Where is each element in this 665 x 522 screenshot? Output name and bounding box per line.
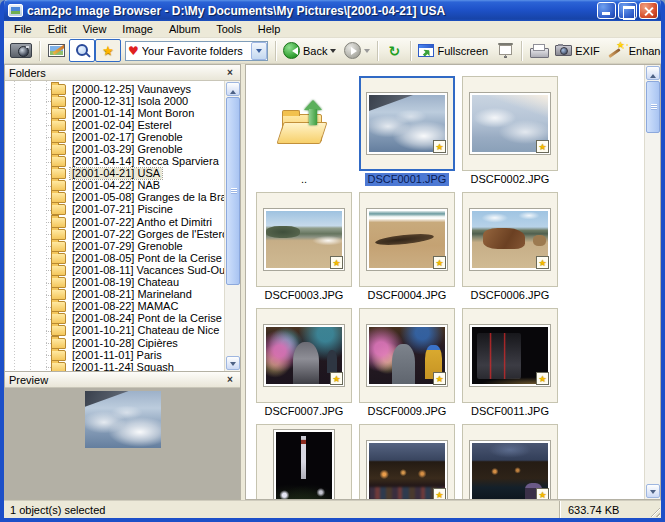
thumbnail[interactable]: ★	[462, 76, 558, 171]
close-panel-icon[interactable]: ×	[224, 67, 236, 78]
folder-tree-item[interactable]: [2001-05-08] Granges de la Brasque	[5, 192, 224, 204]
thumbnail-label[interactable]: ..	[298, 173, 310, 186]
folder-tree-item[interactable]: [2001-08-24] Pont de la Cerise	[5, 313, 224, 325]
forward-button[interactable]	[340, 39, 374, 62]
folder-label: [2000-12-25] Vaunaveys	[70, 84, 193, 95]
enhance-button[interactable]: ★ Enhance	[604, 39, 661, 62]
back-button[interactable]: Back	[279, 39, 340, 62]
thumbnail-cell[interactable]: ★DSCF0001.JPG	[359, 76, 455, 186]
folder-tree-item[interactable]: [2001-11-01] Paris	[5, 349, 224, 361]
chevron-down-icon	[256, 49, 262, 56]
favorite-star-badge: ★	[330, 256, 343, 269]
thumbnail[interactable]: ★	[359, 424, 455, 500]
folders-panel: Folders × [2000-12-25] Vaunaveys[2000-12…	[4, 64, 241, 372]
folder-tree-item[interactable]: [2001-11-24] Squash	[5, 361, 224, 371]
thumbnail[interactable]: ★	[256, 192, 352, 287]
thumbnail-cell[interactable]: ★	[359, 424, 455, 500]
thumbnail-label[interactable]: DSCF0002.JPG	[468, 173, 553, 186]
preview-panel-header: Preview ×	[5, 372, 240, 388]
scroll-up-icon[interactable]	[646, 66, 660, 80]
menu-edit[interactable]: Edit	[40, 22, 75, 36]
forward-dropdown-caret[interactable]	[364, 49, 370, 56]
folder-tree-item[interactable]: [2001-10-28] Cipières	[5, 337, 224, 349]
thumbnail-cell[interactable]: ★DSCF0004.JPG	[359, 192, 455, 302]
thumbnail-cell[interactable]: ★DSCF0007.JPG	[256, 308, 352, 418]
scroll-up-icon[interactable]	[226, 82, 240, 96]
scrollbar-thumb[interactable]	[646, 81, 660, 133]
folder-tree-item[interactable]: [2001-02-17] Grenoble	[5, 131, 224, 143]
folder-tree-item[interactable]: [2001-07-22] Antho et Dimitri	[5, 216, 224, 228]
thumbnail[interactable]: ★	[359, 192, 455, 287]
thumbnail[interactable]	[256, 424, 352, 500]
folder-tree-item[interactable]: [2001-07-29] Grenoble	[5, 240, 224, 252]
folder-tree-item[interactable]: [2001-07-21] Piscine	[5, 204, 224, 216]
thumbnail-label[interactable]: DSCF0011.JPG	[468, 405, 552, 418]
minimize-button[interactable]	[597, 2, 616, 19]
folder-tree-item[interactable]: [2001-08-05] Pont de la Cerise	[5, 252, 224, 264]
folder-tree-item[interactable]: [2001-10-21] Chateau de Nice	[5, 325, 224, 337]
menu-album[interactable]: Album	[161, 22, 208, 36]
combo-dropdown-button[interactable]	[251, 42, 267, 60]
thumbnail[interactable]: ★	[462, 308, 558, 403]
folder-tree-item[interactable]: [2001-04-14] Rocca Sparviera	[5, 156, 224, 168]
thumbnail-cell[interactable]	[256, 424, 352, 500]
thumbnail-label[interactable]: DSCF0009.JPG	[365, 405, 450, 418]
folder-tree-item[interactable]: [2000-12-25] Vaunaveys	[5, 83, 224, 95]
acquire-button[interactable]	[6, 39, 36, 62]
favorites-combo[interactable]: ♥ Your Favorite folders	[125, 41, 268, 61]
folder-tree-item[interactable]: [2001-08-21] Marineland	[5, 289, 224, 301]
folder-tree-item[interactable]: [2001-04-21] USA	[5, 168, 224, 180]
folders-scrollbar[interactable]	[224, 81, 240, 371]
folder-label: [2001-03-29] Grenoble	[70, 144, 185, 155]
folder-tree-item[interactable]: [2001-03-29] Grenoble	[5, 143, 224, 155]
folder-tree-item[interactable]: [2001-07-22] Gorges de l'Esteron	[5, 228, 224, 240]
folder-tree-item[interactable]: [2001-08-22] MAMAC	[5, 301, 224, 313]
print-button[interactable]	[525, 39, 551, 62]
thumbnail[interactable]: ★	[359, 76, 455, 171]
favorites-button[interactable]: ★	[95, 39, 121, 62]
menu-tools[interactable]: Tools	[208, 22, 250, 36]
folder-tree-item[interactable]: [2001-08-11] Vacances Sud-Ouest	[5, 264, 224, 276]
back-dropdown-caret[interactable]	[330, 49, 336, 56]
folder-tree-item[interactable]: [2001-04-22] NAB	[5, 180, 224, 192]
thumbnail-label[interactable]: DSCF0004.JPG	[365, 289, 450, 302]
thumbnail-cell[interactable]: ★	[462, 424, 558, 500]
thumbnail[interactable]: ★	[462, 424, 558, 500]
folder-tree-item[interactable]: [2001-08-19] Chateau	[5, 277, 224, 289]
refresh-button[interactable]: ↻	[381, 39, 407, 62]
menu-help[interactable]: Help	[250, 22, 289, 36]
thumbnail-cell[interactable]: ★DSCF0009.JPG	[359, 308, 455, 418]
close-panel-icon[interactable]: ×	[224, 374, 236, 385]
thumbnail-cell[interactable]: ★DSCF0003.JPG	[256, 192, 352, 302]
thumbnail-cell[interactable]: ★DSCF0006.JPG	[462, 192, 558, 302]
menu-file[interactable]: File	[6, 22, 40, 36]
parent-folder-cell[interactable]: ..	[256, 76, 352, 186]
thumbnails-scrollbar[interactable]	[644, 65, 660, 499]
menu-image[interactable]: Image	[114, 22, 161, 36]
folder-tree-item[interactable]: [2001-02-04] Esterel	[5, 119, 224, 131]
scrollbar-thumb[interactable]	[226, 97, 240, 285]
scroll-down-icon[interactable]	[226, 356, 240, 370]
thumbnail-label[interactable]: DSCF0003.JPG	[262, 289, 347, 302]
browse-mode-button[interactable]	[69, 39, 95, 62]
scroll-down-icon[interactable]	[646, 484, 660, 498]
thumbnail-label[interactable]: DSCF0006.JPG	[468, 289, 553, 302]
fullscreen-button[interactable]: Fullscreen	[414, 39, 492, 62]
exif-button[interactable]: EXIF	[551, 39, 603, 62]
thumbnail[interactable]: ★	[462, 192, 558, 287]
thumbnail-cell[interactable]: ★DSCF0011.JPG	[462, 308, 558, 418]
menu-view[interactable]: View	[75, 22, 115, 36]
maximize-button[interactable]	[618, 2, 637, 19]
folder-tree-item[interactable]: [2000-12-31] Isola 2000	[5, 95, 224, 107]
folder-tree-item[interactable]: [2001-01-14] Mont Boron	[5, 107, 224, 119]
folder-icon	[51, 204, 66, 215]
thumbnail-label[interactable]: DSCF0001.JPG	[365, 173, 450, 186]
image-edit-button[interactable]	[43, 39, 69, 62]
thumbnail-cell[interactable]: ★DSCF0002.JPG	[462, 76, 558, 186]
thumbnail[interactable]: ★	[359, 308, 455, 403]
up-folder-icon[interactable]	[256, 76, 352, 171]
close-button[interactable]	[639, 2, 658, 19]
slideshow-button[interactable]	[492, 39, 518, 62]
thumbnail[interactable]: ★	[256, 308, 352, 403]
thumbnail-label[interactable]: DSCF0007.JPG	[262, 405, 347, 418]
